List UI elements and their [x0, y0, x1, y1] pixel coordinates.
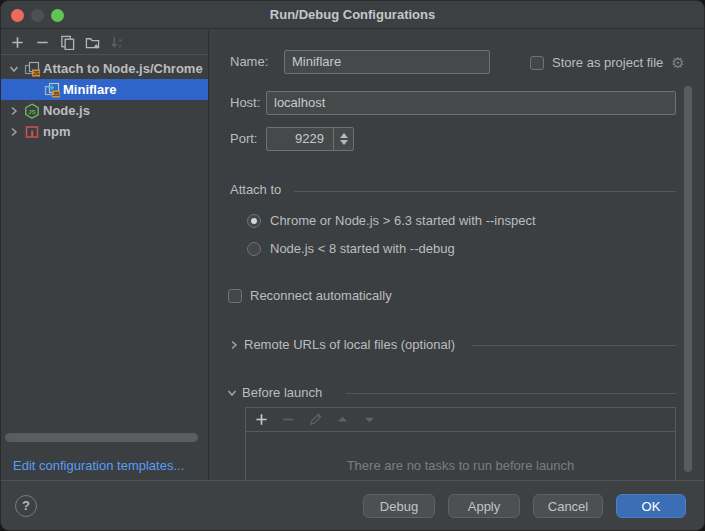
before-launch-section-toggle[interactable]: Before launch — [226, 385, 322, 400]
reconnect-automatically-checkbox[interactable] — [228, 289, 242, 303]
radio-label: Chrome or Node.js > 6.3 started with --i… — [270, 213, 536, 228]
store-as-project-file-label: Store as project file — [552, 55, 663, 70]
port-spinner[interactable]: 9229 — [266, 127, 354, 151]
remote-urls-section-toggle[interactable]: Remote URLs of local files (optional) — [228, 337, 455, 352]
store-as-project-file-row: Store as project file ⚙ — [530, 55, 685, 70]
chevron-down-icon[interactable] — [226, 387, 238, 399]
section-divider — [346, 393, 676, 394]
remote-urls-section-title: Remote URLs of local files (optional) — [244, 337, 455, 352]
configurations-tree: JS Attach to Node.js/Chrome JS Miniflare… — [1, 55, 208, 142]
svg-text:JS: JS — [53, 91, 60, 97]
host-label: Host: — [230, 91, 260, 115]
increment-icon[interactable] — [340, 133, 348, 138]
move-up-icon — [335, 412, 350, 427]
edit-configuration-templates-link[interactable]: Edit configuration templates... — [13, 458, 184, 473]
tree-item-label: Miniflare — [63, 82, 116, 97]
sort-icon: az — [110, 35, 125, 50]
ok-button[interactable]: OK — [616, 494, 686, 518]
svg-text:JS: JS — [28, 108, 35, 114]
radio-unselected[interactable] — [247, 242, 261, 256]
store-as-project-file-checkbox[interactable] — [530, 56, 544, 70]
before-launch-empty-text: There are no tasks to run before launch — [246, 458, 675, 473]
svg-text:z: z — [118, 42, 121, 49]
attach-option-inspect[interactable]: Chrome or Node.js > 6.3 started with --i… — [247, 213, 536, 228]
tree-item-nodejs[interactable]: JS Node.js — [1, 100, 208, 121]
reconnect-row: Reconnect automatically — [228, 288, 392, 303]
debug-button[interactable]: Debug — [363, 494, 435, 518]
chevron-right-icon[interactable] — [8, 105, 20, 117]
configurations-sidebar: az JS Attach to Node.js/Chrome JS Minifl… — [1, 30, 209, 480]
section-divider — [294, 191, 676, 192]
help-button[interactable]: ? — [15, 495, 37, 517]
attach-config-icon: JS — [44, 82, 60, 98]
form-vertical-scrollbar[interactable] — [684, 86, 692, 472]
traffic-lights — [11, 9, 64, 22]
chevron-down-icon[interactable] — [8, 63, 20, 75]
port-value[interactable]: 9229 — [267, 128, 333, 150]
gear-icon[interactable]: ⚙ — [671, 55, 684, 70]
name-input[interactable]: Miniflare — [284, 50, 490, 74]
close-window-button[interactable] — [11, 9, 24, 22]
sidebar-toolbar: az — [1, 30, 208, 55]
radio-selected[interactable] — [247, 214, 261, 228]
minimize-window-button — [31, 9, 44, 22]
npm-icon — [24, 124, 40, 140]
move-down-icon — [362, 412, 377, 427]
remove-task-icon — [281, 412, 296, 427]
chevron-right-icon[interactable] — [228, 339, 240, 351]
decrement-icon[interactable] — [340, 140, 348, 145]
footer-buttons: Debug Apply Cancel OK — [363, 494, 686, 518]
cancel-button[interactable]: Cancel — [533, 494, 603, 518]
attach-option-debug[interactable]: Node.js < 8 started with --debug — [247, 241, 455, 256]
remove-icon[interactable] — [35, 35, 50, 50]
new-folder-icon[interactable] — [85, 35, 100, 50]
radio-label: Node.js < 8 started with --debug — [270, 241, 455, 256]
nodejs-icon: JS — [24, 103, 40, 119]
edit-task-icon — [308, 412, 323, 427]
attach-config-type-icon: JS — [24, 61, 40, 77]
section-divider — [472, 345, 676, 346]
zoom-window-button[interactable] — [51, 9, 64, 22]
svg-text:JS: JS — [33, 70, 40, 76]
chevron-right-icon[interactable] — [8, 126, 20, 138]
tree-item-npm[interactable]: npm — [1, 121, 208, 142]
port-stepper[interactable] — [333, 128, 353, 150]
tree-item-miniflare[interactable]: JS Miniflare — [1, 79, 208, 100]
title-bar: Run/Debug Configurations — [1, 1, 704, 29]
sidebar-horizontal-scrollbar[interactable] — [5, 433, 198, 442]
copy-icon[interactable] — [60, 35, 75, 50]
port-label: Port: — [230, 127, 257, 151]
name-label: Name: — [230, 50, 268, 74]
add-icon[interactable] — [10, 35, 25, 50]
dialog-footer: ? Debug Apply Cancel OK — [1, 480, 704, 530]
apply-button[interactable]: Apply — [448, 494, 520, 518]
tree-item-label: Node.js — [43, 103, 90, 118]
run-debug-configurations-dialog: Run/Debug Configurations az — [0, 0, 705, 531]
configuration-form: Name: Miniflare Store as project file ⚙ … — [210, 30, 704, 480]
tree-item-label: npm — [43, 124, 70, 139]
before-launch-section-title: Before launch — [242, 385, 322, 400]
tree-item-label: Attach to Node.js/Chrome — [43, 61, 203, 76]
before-launch-toolbar — [246, 408, 675, 432]
before-launch-tasks-panel: There are no tasks to run before launch — [245, 407, 676, 480]
reconnect-automatically-label: Reconnect automatically — [250, 288, 392, 303]
host-input[interactable]: localhost — [266, 91, 676, 115]
attach-to-title: Attach to — [230, 178, 281, 202]
window-title: Run/Debug Configurations — [1, 1, 704, 28]
tree-item-attach-to-nodejs-chrome[interactable]: JS Attach to Node.js/Chrome — [1, 58, 208, 79]
add-task-icon[interactable] — [254, 412, 269, 427]
